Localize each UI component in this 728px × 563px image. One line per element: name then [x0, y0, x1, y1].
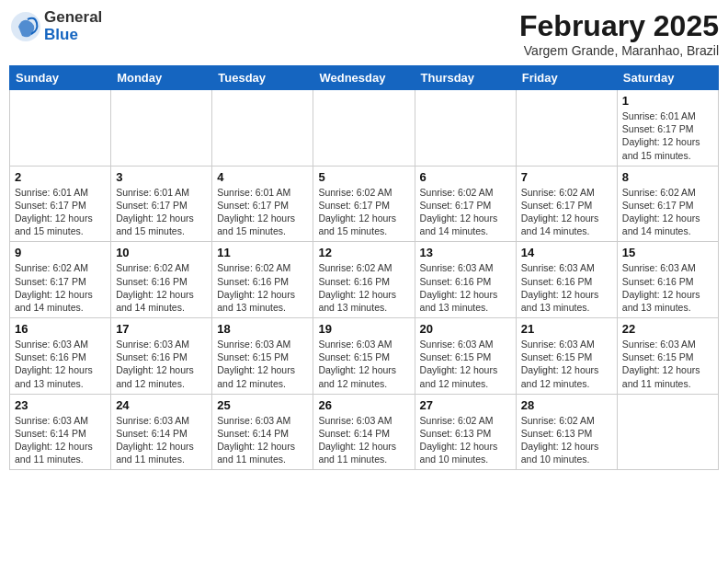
calendar-day-3: 3Sunrise: 6:01 AM Sunset: 6:17 PM Daylig… [111, 166, 212, 242]
calendar-week-row: 9Sunrise: 6:02 AM Sunset: 6:17 PM Daylig… [10, 242, 719, 318]
calendar-week-row: 16Sunrise: 6:03 AM Sunset: 6:16 PM Dayli… [10, 318, 719, 395]
calendar-day-10: 10Sunrise: 6:02 AM Sunset: 6:16 PM Dayli… [111, 242, 212, 318]
day-info: Sunrise: 6:03 AM Sunset: 6:16 PM Dayligh… [116, 338, 207, 390]
calendar-day-21: 21Sunrise: 6:03 AM Sunset: 6:15 PM Dayli… [516, 318, 617, 395]
calendar-day-22: 22Sunrise: 6:03 AM Sunset: 6:15 PM Dayli… [617, 318, 718, 395]
day-info: Sunrise: 6:03 AM Sunset: 6:15 PM Dayligh… [217, 338, 308, 390]
day-number: 16 [15, 322, 106, 336]
calendar-day-7: 7Sunrise: 6:02 AM Sunset: 6:17 PM Daylig… [516, 166, 617, 242]
day-info: Sunrise: 6:02 AM Sunset: 6:13 PM Dayligh… [521, 414, 612, 466]
day-number: 3 [116, 170, 207, 184]
day-number: 23 [15, 398, 106, 412]
day-number: 19 [318, 322, 409, 336]
day-number: 28 [521, 398, 612, 412]
calendar-header-saturday: Saturday [617, 66, 718, 90]
day-info: Sunrise: 6:02 AM Sunset: 6:16 PM Dayligh… [116, 261, 207, 314]
day-info: Sunrise: 6:01 AM Sunset: 6:17 PM Dayligh… [622, 109, 713, 162]
logo: General Blue [9, 9, 102, 43]
calendar-day-9: 9Sunrise: 6:02 AM Sunset: 6:17 PM Daylig… [10, 242, 111, 318]
calendar-day-11: 11Sunrise: 6:02 AM Sunset: 6:16 PM Dayli… [212, 242, 313, 318]
calendar-day-26: 26Sunrise: 6:03 AM Sunset: 6:14 PM Dayli… [313, 394, 415, 470]
day-number: 26 [318, 398, 409, 412]
day-number: 24 [116, 398, 207, 412]
calendar-header-friday: Friday [516, 66, 617, 90]
calendar-day-17: 17Sunrise: 6:03 AM Sunset: 6:16 PM Dayli… [111, 318, 212, 395]
calendar-header-thursday: Thursday [415, 66, 516, 90]
calendar-day-23: 23Sunrise: 6:03 AM Sunset: 6:14 PM Dayli… [10, 394, 111, 470]
day-info: Sunrise: 6:03 AM Sunset: 6:14 PM Dayligh… [217, 414, 308, 466]
calendar-day-25: 25Sunrise: 6:03 AM Sunset: 6:14 PM Dayli… [212, 394, 313, 470]
day-info: Sunrise: 6:03 AM Sunset: 6:16 PM Dayligh… [521, 261, 612, 314]
day-number: 20 [420, 322, 511, 336]
calendar-day-12: 12Sunrise: 6:02 AM Sunset: 6:16 PM Dayli… [313, 242, 415, 318]
day-info: Sunrise: 6:01 AM Sunset: 6:17 PM Dayligh… [217, 186, 308, 238]
day-info: Sunrise: 6:02 AM Sunset: 6:17 PM Dayligh… [622, 186, 713, 238]
month-year: February 2025 [519, 9, 719, 43]
calendar-empty-cell [111, 90, 212, 167]
day-info: Sunrise: 6:02 AM Sunset: 6:16 PM Dayligh… [318, 261, 409, 314]
calendar-day-4: 4Sunrise: 6:01 AM Sunset: 6:17 PM Daylig… [212, 166, 313, 242]
calendar-day-24: 24Sunrise: 6:03 AM Sunset: 6:14 PM Dayli… [111, 394, 212, 470]
calendar-day-6: 6Sunrise: 6:02 AM Sunset: 6:17 PM Daylig… [415, 166, 516, 242]
title-area: February 2025 Vargem Grande, Maranhao, B… [519, 9, 719, 58]
day-info: Sunrise: 6:01 AM Sunset: 6:17 PM Dayligh… [116, 186, 207, 238]
day-number: 15 [622, 246, 713, 259]
header: General Blue February 2025 Vargem Grande… [9, 9, 719, 58]
day-info: Sunrise: 6:03 AM Sunset: 6:14 PM Dayligh… [15, 414, 106, 466]
day-number: 21 [521, 322, 612, 336]
day-number: 6 [420, 170, 511, 184]
calendar-header-tuesday: Tuesday [212, 66, 313, 90]
day-info: Sunrise: 6:03 AM Sunset: 6:14 PM Dayligh… [318, 414, 409, 466]
calendar-empty-cell [617, 394, 718, 470]
calendar-empty-cell [516, 90, 617, 167]
day-info: Sunrise: 6:03 AM Sunset: 6:15 PM Dayligh… [622, 338, 713, 390]
calendar-day-1: 1Sunrise: 6:01 AM Sunset: 6:17 PM Daylig… [617, 90, 718, 167]
day-info: Sunrise: 6:01 AM Sunset: 6:17 PM Dayligh… [15, 186, 106, 238]
day-number: 12 [318, 246, 409, 259]
logo-general: General [44, 8, 102, 26]
day-number: 22 [622, 322, 713, 336]
day-number: 8 [622, 170, 713, 184]
day-number: 25 [217, 398, 308, 412]
calendar-day-28: 28Sunrise: 6:02 AM Sunset: 6:13 PM Dayli… [516, 394, 617, 470]
day-info: Sunrise: 6:02 AM Sunset: 6:17 PM Dayligh… [521, 186, 612, 238]
calendar-day-13: 13Sunrise: 6:03 AM Sunset: 6:16 PM Dayli… [415, 242, 516, 318]
day-info: Sunrise: 6:03 AM Sunset: 6:15 PM Dayligh… [420, 338, 511, 390]
day-info: Sunrise: 6:02 AM Sunset: 6:17 PM Dayligh… [15, 261, 106, 314]
day-number: 10 [116, 246, 207, 259]
day-number: 4 [217, 170, 308, 184]
calendar-day-2: 2Sunrise: 6:01 AM Sunset: 6:17 PM Daylig… [10, 166, 111, 242]
day-number: 18 [217, 322, 308, 336]
day-number: 5 [318, 170, 409, 184]
day-info: Sunrise: 6:03 AM Sunset: 6:15 PM Dayligh… [318, 338, 409, 390]
calendar-empty-cell [212, 90, 313, 167]
day-number: 2 [15, 170, 106, 184]
location: Vargem Grande, Maranhao, Brazil [519, 43, 719, 58]
day-info: Sunrise: 6:02 AM Sunset: 6:13 PM Dayligh… [420, 414, 511, 466]
calendar-day-16: 16Sunrise: 6:03 AM Sunset: 6:16 PM Dayli… [10, 318, 111, 395]
calendar-table: SundayMondayTuesdayWednesdayThursdayFrid… [9, 65, 719, 470]
day-info: Sunrise: 6:03 AM Sunset: 6:16 PM Dayligh… [420, 261, 511, 314]
calendar-day-5: 5Sunrise: 6:02 AM Sunset: 6:17 PM Daylig… [313, 166, 415, 242]
calendar-day-15: 15Sunrise: 6:03 AM Sunset: 6:16 PM Dayli… [617, 242, 718, 318]
day-number: 1 [622, 94, 713, 108]
day-info: Sunrise: 6:02 AM Sunset: 6:16 PM Dayligh… [217, 261, 308, 314]
logo-blue: Blue [44, 26, 78, 43]
calendar-week-row: 23Sunrise: 6:03 AM Sunset: 6:14 PM Dayli… [10, 394, 719, 470]
calendar-header-monday: Monday [111, 66, 212, 90]
calendar-week-row: 1Sunrise: 6:01 AM Sunset: 6:17 PM Daylig… [10, 90, 719, 167]
day-info: Sunrise: 6:03 AM Sunset: 6:16 PM Dayligh… [15, 338, 106, 390]
day-number: 7 [521, 170, 612, 184]
day-number: 11 [217, 246, 308, 259]
day-number: 9 [15, 246, 106, 259]
day-info: Sunrise: 6:02 AM Sunset: 6:17 PM Dayligh… [420, 186, 511, 238]
day-info: Sunrise: 6:02 AM Sunset: 6:17 PM Dayligh… [318, 186, 409, 238]
logo-icon [9, 10, 42, 43]
day-number: 13 [420, 246, 511, 259]
day-number: 17 [116, 322, 207, 336]
calendar-header-wednesday: Wednesday [313, 66, 415, 90]
day-number: 14 [521, 246, 612, 259]
calendar-empty-cell [313, 90, 415, 167]
day-info: Sunrise: 6:03 AM Sunset: 6:15 PM Dayligh… [521, 338, 612, 390]
calendar-day-18: 18Sunrise: 6:03 AM Sunset: 6:15 PM Dayli… [212, 318, 313, 395]
